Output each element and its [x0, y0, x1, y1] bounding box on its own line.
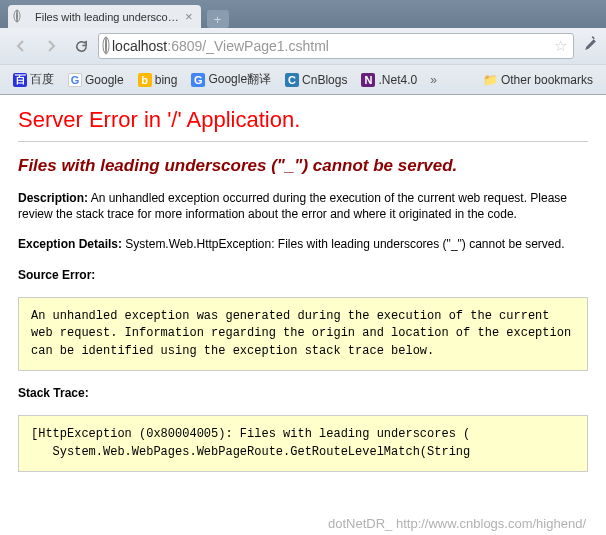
bookmark-google[interactable]: GGoogle: [63, 71, 129, 89]
url-text: localhost:6809/_ViewPage1.cshtml: [112, 38, 549, 54]
forward-button[interactable]: [38, 33, 64, 59]
arrow-right-icon: [43, 38, 59, 54]
reload-button[interactable]: [68, 33, 94, 59]
stack-trace-label: Stack Trace:: [18, 385, 588, 401]
back-button[interactable]: [8, 33, 34, 59]
description-text: An unhandled exception occurred during t…: [18, 191, 567, 221]
exception-text: System.Web.HttpException: Files with lea…: [122, 237, 565, 251]
url-host: localhost: [112, 38, 167, 54]
bookmark-label: bing: [155, 73, 178, 87]
bookmark-label: CnBlogs: [302, 73, 347, 87]
error-heading: Server Error in '/' Application.: [18, 107, 588, 133]
arrow-left-icon: [13, 38, 29, 54]
dotnet-icon: N: [361, 73, 375, 87]
bookmark-net4[interactable]: N.Net4.0: [356, 71, 422, 89]
nav-bar: localhost:6809/_ViewPage1.cshtml ☆: [0, 28, 606, 64]
tab-close-icon[interactable]: ×: [185, 9, 193, 24]
globe-icon: [105, 37, 107, 55]
source-error-label: Source Error:: [18, 267, 588, 283]
bookmark-label: Google: [85, 73, 124, 87]
exception-label: Exception Details:: [18, 237, 122, 251]
bookmark-star-icon[interactable]: ☆: [554, 37, 567, 55]
google-translate-icon: G: [191, 73, 205, 87]
address-bar[interactable]: localhost:6809/_ViewPage1.cshtml ☆: [98, 33, 574, 59]
bookmark-label: Other bookmarks: [501, 73, 593, 87]
tab-bar: Files with leading underscores × +: [0, 0, 606, 28]
bookmark-bing[interactable]: bbing: [133, 71, 183, 89]
stack-trace-heading: Stack Trace:: [18, 386, 89, 400]
browser-chrome: Files with leading underscores × + local…: [0, 0, 606, 95]
settings-wrench-icon[interactable]: [581, 35, 598, 57]
bookmark-label: Google翻译: [208, 71, 271, 88]
error-description: Description: An unhandled exception occu…: [18, 190, 588, 222]
page-favicon-icon: [16, 10, 30, 24]
bookmarks-overflow-icon[interactable]: »: [426, 73, 441, 87]
bookmark-cnblogs[interactable]: CCnBlogs: [280, 71, 352, 89]
url-port: :6809: [167, 38, 202, 54]
bing-icon: b: [138, 73, 152, 87]
page-content: Server Error in '/' Application. Files w…: [0, 95, 606, 535]
reload-icon: [74, 39, 89, 54]
description-label: Description:: [18, 191, 88, 205]
browser-tab[interactable]: Files with leading underscores ×: [8, 5, 201, 28]
bookmark-label: .Net4.0: [378, 73, 417, 87]
bookmarks-bar: 百百度 GGoogle bbing GGoogle翻译 CCnBlogs N.N…: [0, 64, 606, 94]
source-error-box: An unhandled exception was generated dur…: [18, 297, 588, 371]
google-icon: G: [68, 73, 82, 87]
new-tab-button[interactable]: +: [207, 10, 229, 28]
stack-trace-box: [HttpException (0x80004005): Files with …: [18, 415, 588, 472]
divider: [18, 141, 588, 142]
tab-title: Files with leading underscores: [35, 11, 180, 23]
bookmark-baidu[interactable]: 百百度: [8, 69, 59, 90]
error-subheading: Files with leading underscores ("_") can…: [18, 156, 588, 176]
error-exception-details: Exception Details: System.Web.HttpExcept…: [18, 236, 588, 252]
folder-icon: 📁: [483, 73, 498, 87]
bookmark-label: 百度: [30, 71, 54, 88]
bookmark-google-translate[interactable]: GGoogle翻译: [186, 69, 276, 90]
baidu-icon: 百: [13, 73, 27, 87]
other-bookmarks-button[interactable]: 📁Other bookmarks: [478, 71, 598, 89]
url-path: /_ViewPage1.cshtml: [202, 38, 329, 54]
cnblogs-icon: C: [285, 73, 299, 87]
source-error-heading: Source Error:: [18, 268, 95, 282]
